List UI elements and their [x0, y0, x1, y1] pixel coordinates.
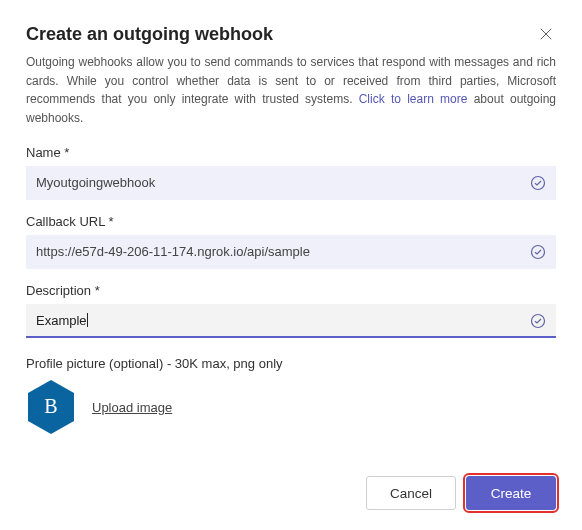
- close-button[interactable]: [536, 24, 556, 44]
- description-input[interactable]: Example: [26, 304, 556, 338]
- cancel-button[interactable]: Cancel: [366, 476, 456, 510]
- upload-image-link[interactable]: Upload image: [92, 400, 172, 415]
- description-value: Example: [36, 313, 87, 328]
- description-label: Description *: [26, 283, 556, 298]
- create-button[interactable]: Create: [466, 476, 556, 510]
- name-input[interactable]: [26, 166, 556, 200]
- dialog-description: Outgoing webhooks allow you to send comm…: [26, 53, 556, 127]
- dialog-title: Create an outgoing webhook: [26, 24, 273, 45]
- close-icon: [539, 27, 553, 41]
- callback-url-label: Callback URL *: [26, 214, 556, 229]
- name-label: Name *: [26, 145, 556, 160]
- hexagon-icon: B: [26, 379, 76, 435]
- callback-url-input[interactable]: [26, 235, 556, 269]
- text-caret: [87, 313, 88, 327]
- learn-more-link[interactable]: Click to learn more: [359, 92, 468, 106]
- avatar: B: [26, 379, 76, 435]
- profile-picture-label: Profile picture (optional) - 30K max, pn…: [26, 356, 556, 371]
- svg-text:B: B: [44, 395, 57, 417]
